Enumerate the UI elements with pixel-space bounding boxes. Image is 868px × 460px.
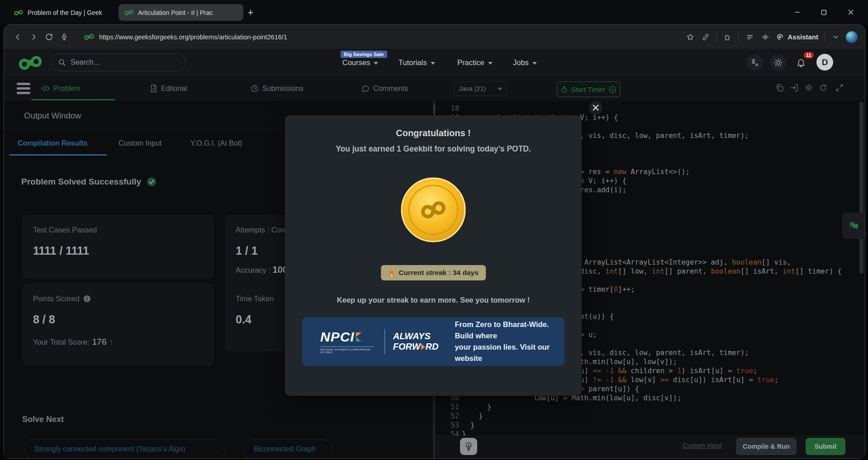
browser-tab-articulation-point[interactable]: Articulation Point - II | Prac (119, 4, 243, 21)
url-text[interactable]: https://www.geeksforgeeks.org/problems/a… (99, 33, 287, 41)
waveform-icon[interactable] (758, 29, 773, 45)
banner-divider (384, 329, 385, 354)
nav-item-courses[interactable]: Courses (342, 49, 378, 76)
nav-item-tutorials[interactable]: Tutorials (398, 49, 435, 76)
search-icon (58, 58, 66, 66)
browser-toolbar: https://www.geeksforgeeks.org/problems/a… (4, 25, 865, 49)
congratulations-modal: Congratulations ! You just earned 1 Geek… (285, 115, 582, 396)
nav-label: Courses (342, 58, 370, 67)
browser-tab-title: Articulation Point - II | Prac (138, 9, 213, 16)
assistant-icon (776, 33, 784, 41)
browser-content-frame: https://www.geeksforgeeks.org/problems/a… (4, 24, 865, 459)
back-icon[interactable] (10, 29, 26, 45)
window-minimize-button[interactable] (791, 6, 804, 19)
nav-item-practice[interactable]: Practice (457, 49, 493, 76)
gfg-header: Search... Big Savings Sale Courses Tutor… (4, 49, 865, 77)
new-tab-button[interactable]: + (244, 6, 257, 19)
window-maximize-button[interactable] (817, 6, 830, 19)
forward-text-right: RD (426, 341, 439, 352)
toolbar-divider (716, 32, 717, 42)
nav-label: Practice (457, 58, 484, 67)
chevron-down-icon (532, 62, 537, 65)
npci-logo: NPCI NATIONAL PAYMENTS CORPORATION OF IN… (320, 329, 375, 354)
translate-icon: A (750, 58, 759, 67)
geekbit-coin (400, 177, 466, 243)
banner-line-2: your passion lies. Visit our website (455, 341, 564, 364)
extensions-icon[interactable] (720, 29, 735, 45)
reading-list-icon[interactable] (742, 29, 758, 45)
modal-subtitle: You just earned 1 Geekbit for solving to… (285, 144, 582, 154)
forward-text-left: FORW (393, 341, 421, 352)
search-input[interactable]: Search... (50, 53, 186, 71)
always-text: ALWAYS (393, 331, 431, 341)
gfg-page: Search... Big Savings Sale Courses Tutor… (4, 49, 865, 458)
modal-title: Congratulations ! (285, 128, 582, 138)
gfg-favicon (124, 9, 134, 16)
theme-toggle-button[interactable] (770, 54, 786, 71)
browser-tab-potd[interactable]: Problem of the Day | Geek (8, 4, 122, 21)
copy-link-icon[interactable] (698, 29, 713, 45)
npci-arrow-icon (356, 332, 361, 341)
modal-close-button[interactable] (589, 101, 602, 114)
streak-badge: Current streak : 34 days (381, 265, 486, 280)
always-forward: ALWAYS FORW RD (393, 331, 439, 352)
microphone-icon[interactable] (57, 29, 72, 45)
browser-tabstrip: Problem of the Day | Geek Articulation P… (0, 0, 868, 24)
nav-item-jobs[interactable]: Jobs (513, 49, 537, 76)
browser-tab-title: Problem of the Day | Geek (28, 9, 102, 16)
streak-message: Keep up your streak to earn more. See yo… (285, 296, 582, 304)
toolbar-divider (739, 32, 739, 42)
chevron-down-icon (431, 62, 435, 65)
reload-icon[interactable] (41, 29, 57, 45)
npci-subtext: NATIONAL PAYMENTS CORPORATION OF INDIA (320, 348, 375, 354)
gfg-favicon (14, 9, 24, 16)
notification-count-badge: 11 (804, 52, 814, 58)
tab-fade (228, 4, 243, 21)
forward-arrow-icon (421, 344, 425, 350)
streak-text: Current streak : 34 days (398, 269, 479, 277)
npci-brand: NPCI (320, 329, 355, 345)
window-close-button[interactable] (844, 6, 858, 19)
browser-profile-avatar[interactable] (846, 31, 858, 43)
svg-text:A: A (755, 62, 759, 67)
bell-icon (796, 57, 806, 67)
close-icon (592, 104, 599, 111)
flame-icon (388, 269, 395, 277)
gfg-logo[interactable] (18, 55, 43, 71)
assistant-button[interactable]: Assistant (776, 33, 818, 41)
user-avatar[interactable]: D (816, 54, 833, 71)
nav-label: Tutorials (398, 58, 427, 67)
assistant-label: Assistant (787, 33, 818, 41)
nav-label: Jobs (513, 58, 529, 67)
browser-window: Problem of the Day | Geek Articulation P… (0, 0, 868, 460)
banner-line-1: From Zero to Bharat-Wide. Build where (455, 319, 564, 341)
npci-ad-banner[interactable]: NPCI NATIONAL PAYMENTS CORPORATION OF IN… (302, 317, 564, 366)
bookmark-star-icon[interactable] (683, 29, 698, 45)
sun-icon (773, 58, 783, 67)
site-favicon (84, 33, 95, 40)
chevron-down-icon[interactable] (828, 29, 843, 45)
forward-icon[interactable] (26, 29, 41, 45)
chevron-down-icon (488, 62, 493, 65)
search-placeholder: Search... (71, 58, 100, 66)
chevron-down-icon (374, 62, 378, 65)
banner-message: From Zero to Bharat-Wide. Build where yo… (455, 319, 564, 364)
translate-button[interactable]: A (747, 54, 763, 71)
toolbar-divider (824, 32, 825, 42)
